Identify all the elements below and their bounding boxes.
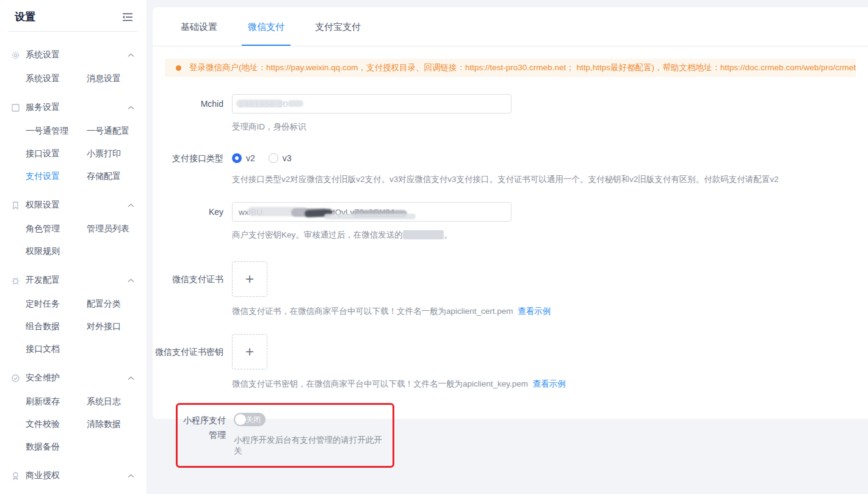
radio-v3[interactable]: v3	[269, 153, 292, 163]
sidebar-item-cron-tasks[interactable]: 定时任务	[26, 299, 87, 310]
sidebar-item-combined-data[interactable]: 组合数据	[26, 321, 87, 332]
sidebar-item-onepass-config[interactable]: 一号通配置	[87, 126, 140, 137]
cert-upload-box[interactable]: +	[232, 261, 267, 297]
section-header-service[interactable]: 服务设置	[0, 101, 146, 114]
annotation-red-box: 小程序支付管理 关闭 小程序开发后台有支付管理的请打开此开关	[176, 403, 394, 468]
section-title: 系统设置	[26, 49, 128, 60]
sidebar-item-data-backup[interactable]: 数据备份	[26, 441, 87, 452]
section-title: 权限设置	[26, 200, 128, 211]
sidebar-item-clear-data[interactable]: 清除数据	[87, 419, 140, 430]
plus-icon: +	[245, 272, 254, 286]
sidebar-header: 设置	[0, 0, 146, 31]
redaction-patch	[288, 100, 303, 107]
sidebar-title: 设置	[15, 10, 35, 24]
sidebar-item-api-settings[interactable]: 接口设置	[26, 148, 87, 159]
mini-program-pay-label: 小程序支付管理	[178, 413, 234, 457]
bookmark-icon	[11, 201, 20, 210]
section-header-system[interactable]: 系统设置	[0, 48, 146, 62]
payment-settings-panel: 基础设置 微信支付 支付宝支付 登录微信商户(地址：https://pay.we…	[153, 7, 868, 419]
section-header-license[interactable]: 商业授权	[0, 469, 146, 482]
cert-key-help: 微信支付证书密钥，在微信商家平台中可以下载！文件名一般为apiclient_ke…	[232, 379, 868, 390]
sidebar-section-service: 服务设置 一号通管理 一号通配置 接口设置 小票打印 支付设置 存储配置	[0, 101, 146, 182]
warning-banner: 登录微信商户(地址：https://pay.weixin.qq.com，支付授权…	[165, 59, 856, 77]
cert-example-link[interactable]: 查看示例	[518, 307, 551, 316]
gear-icon	[11, 51, 20, 60]
section-title: 商业授权	[26, 470, 128, 481]
key-help: 商户支付密钥Key。审核通过后，在微信发送的邮件中查看。	[232, 230, 868, 241]
sidebar-item-system-settings[interactable]: 系统设置	[26, 73, 87, 84]
key-input[interactable]: wxIBU BkndQvLvZ0e3GH94	[232, 202, 512, 222]
toggle-knob	[235, 414, 246, 425]
section-title: 安全维护	[26, 372, 128, 383]
sidebar-item-external-api[interactable]: 对外接口	[87, 321, 140, 332]
square-icon	[11, 103, 20, 112]
tab-wechat-pay[interactable]: 微信支付	[242, 7, 291, 46]
sidebar-item-config-category[interactable]: 配置分类	[87, 299, 140, 310]
radio-v2[interactable]: v2	[232, 153, 255, 163]
wechat-pay-form: Mchid 1481958 10 受理商ID，身份标识 支付接口类型 v2	[153, 77, 868, 468]
sidebar-divider	[9, 31, 138, 32]
cert-key-help-text: 微信支付证书密钥，在微信商家平台中可以下载！文件名一般为apiclient_ke…	[232, 379, 528, 388]
key-help-end: 。	[444, 230, 452, 239]
cert-label: 微信支付证书	[153, 261, 232, 317]
cert-help: 微信支付证书，在微信商家平台中可以下载！文件名一般为apiclient_cert…	[232, 306, 868, 317]
key-help-redacted: 邮件中查看	[403, 230, 444, 239]
sidebar-item-receipt-print[interactable]: 小票打印	[87, 148, 140, 159]
sidebar-item-api-docs[interactable]: 接口文档	[26, 344, 87, 355]
sidebar-item-refresh-cache[interactable]: 刷新缓存	[26, 396, 87, 407]
sidebar-section-system: 系统设置 系统设置 消息设置	[0, 48, 146, 84]
mchid-help: 受理商ID，身份标识	[232, 122, 868, 133]
radio-v2-label: v2	[246, 153, 255, 163]
alert-dot-icon	[176, 65, 181, 71]
sidebar-item-message-settings[interactable]: 消息设置	[87, 73, 140, 84]
sidebar-section-license: 商业授权 商业授权	[0, 469, 146, 494]
section-header-permission[interactable]: 权限设置	[0, 198, 146, 212]
toggle-state-label: 关闭	[246, 415, 261, 424]
sidebar-item-system-log[interactable]: 系统日志	[87, 396, 140, 407]
chevron-up-icon[interactable]	[128, 376, 134, 380]
mini-program-pay-toggle[interactable]: 关闭	[234, 413, 266, 426]
key-label: Key	[153, 202, 232, 241]
sidebar-item-file-verify[interactable]: 文件校验	[26, 419, 87, 430]
section-title: 开发配置	[26, 275, 128, 286]
tab-alipay[interactable]: 支付宝支付	[309, 7, 367, 46]
tab-basic-settings[interactable]: 基础设置	[175, 7, 223, 46]
sidebar-item-onepass-manage[interactable]: 一号通管理	[26, 126, 87, 137]
mini-program-pay-help: 小程序开发后台有支付管理的请打开此开关	[234, 435, 386, 457]
radio-v3-dot[interactable]	[269, 153, 278, 163]
cert-help-text: 微信支付证书，在微信商家平台中可以下载！文件名一般为apiclient_cert…	[232, 307, 513, 316]
sidebar-item-role-manage[interactable]: 角色管理	[26, 223, 87, 234]
bug-icon	[11, 276, 20, 285]
sidebar-item-pay-settings[interactable]: 支付设置	[26, 171, 87, 182]
chevron-up-icon[interactable]	[128, 203, 134, 208]
chevron-up-icon[interactable]	[128, 474, 134, 478]
chevron-up-icon[interactable]	[128, 278, 134, 283]
sidebar-section-dev: 开发配置 定时任务 配置分类 组合数据 对外接口 接口文档	[0, 274, 146, 355]
mchid-label: Mchid	[153, 94, 232, 133]
cert-key-label: 微信支付证书密钥	[153, 334, 232, 390]
cert-key-example-link[interactable]: 查看示例	[533, 379, 566, 388]
warning-banner-text: 登录微信商户(地址：https://pay.weixin.qq.com，支付授权…	[189, 62, 856, 73]
redaction-patch	[324, 214, 416, 219]
api-type-help: 支付接口类型v2对应微信支付旧版v2支付。v3对应微信支付v3支付接口。支付证书…	[232, 174, 868, 185]
chevron-up-icon[interactable]	[128, 106, 134, 110]
tab-bar: 基础设置 微信支付 支付宝支付	[153, 7, 868, 46]
api-type-label: 支付接口类型	[153, 148, 232, 185]
radio-v3-label: v3	[283, 153, 292, 163]
radio-v2-dot[interactable]	[232, 153, 242, 163]
chevron-up-icon[interactable]	[128, 53, 134, 57]
section-header-dev[interactable]: 开发配置	[0, 274, 146, 287]
sidebar-item-admin-list[interactable]: 管理员列表	[87, 223, 140, 234]
settings-sidebar: 设置 系统设置 系统设置 消息设置 服务设置	[0, 0, 146, 494]
menu-fold-icon[interactable]	[122, 12, 133, 22]
cert-key-upload-box[interactable]: +	[232, 334, 267, 369]
plus-icon: +	[245, 344, 254, 359]
section-header-security[interactable]: 安全维护	[0, 371, 146, 385]
section-title: 服务设置	[26, 102, 128, 113]
api-type-radio-group: v2 v3	[232, 148, 868, 168]
sidebar-item-permission-rules[interactable]: 权限规则	[26, 246, 87, 257]
sidebar-item-storage-config[interactable]: 存储配置	[87, 171, 140, 182]
sidebar-section-security: 安全维护 刷新缓存 系统日志 文件校验 清除数据 数据备份	[0, 371, 146, 452]
medal-icon	[11, 471, 20, 481]
mchid-input[interactable]: 1481958 10	[232, 94, 512, 114]
